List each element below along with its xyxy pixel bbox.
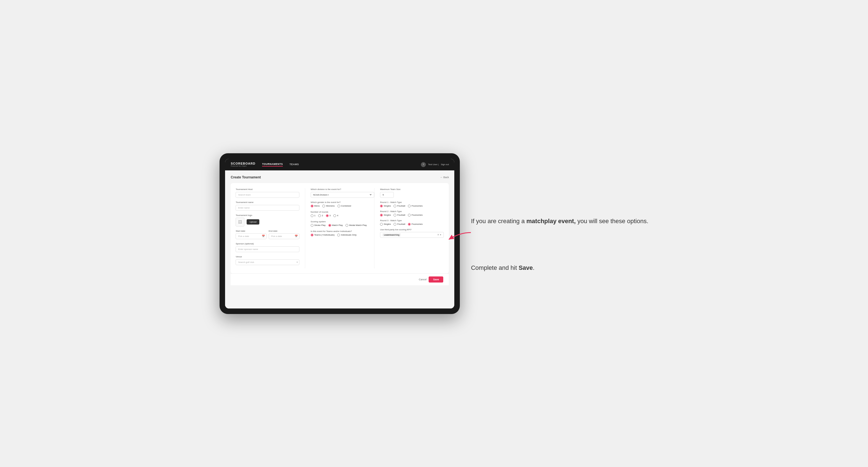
gender-mens[interactable]: Mens <box>311 205 320 208</box>
gender-combined-label: Combined <box>341 205 351 207</box>
team-individuals-label: Is this event for Teams and/or Individua… <box>311 230 374 232</box>
sign-out-link[interactable]: Sign out <box>441 163 449 166</box>
cancel-button[interactable]: Cancel <box>419 278 426 281</box>
sponsor-group: Sponsor (optional) <box>236 243 299 252</box>
back-link[interactable]: ← Back <box>440 176 449 179</box>
individuals-option[interactable]: Individuals Only <box>337 234 356 237</box>
scoring-medal-label: Medal Match Play <box>349 224 367 226</box>
form-col-2: Which division is the event for? NCAA Di… <box>305 188 374 269</box>
round-2-label: 2 <box>322 214 323 217</box>
round1-match-type-section: Round 1 - Match Type Singles Fourball <box>380 201 444 208</box>
round1-match-type-label: Round 1 - Match Type <box>380 201 444 204</box>
sponsor-input[interactable] <box>236 246 299 252</box>
annotation-bottom-prefix: Complete and hit <box>471 264 518 271</box>
logo-area: 🖼 Upload <box>236 218 299 226</box>
r2-foursomes[interactable]: Foursomes <box>408 214 423 217</box>
rounds-group: Number of rounds 1 2 <box>311 211 374 217</box>
scoring-stroke-label: Stroke Play <box>314 224 326 226</box>
division-label: Which division is the event for? <box>311 188 374 191</box>
scoring-system-label: Scoring system <box>311 220 374 223</box>
form-card: Tournament Host Tournament name Tourname… <box>230 183 449 273</box>
round3-match-type-section: Round 3 - Match Type Singles Fourball <box>380 219 444 226</box>
annotation-bottom-bold: Save <box>519 264 533 271</box>
gender-womens[interactable]: Womens <box>322 205 335 208</box>
r2-singles[interactable]: Singles <box>380 214 391 217</box>
round-4-label: 4 <box>337 214 338 217</box>
form-col-1: Tournament Host Tournament name Tourname… <box>236 188 305 269</box>
form-col-3: Maximum Team Size Round 1 - Match Type S… <box>374 188 444 269</box>
round1-radio-group: Singles Fourball Foursomes <box>380 205 444 208</box>
team-radio-group: Teams (+Individuals) Individuals Only <box>311 234 374 237</box>
r2-fourball[interactable]: Fourball <box>394 214 405 217</box>
r1-singles-label: Singles <box>383 205 391 207</box>
r2-foursomes-label: Foursomes <box>411 214 423 216</box>
annotation-bottom-suffix: . <box>533 264 534 271</box>
r3-singles-label: Singles <box>383 223 391 225</box>
r1-foursomes[interactable]: Foursomes <box>408 205 423 208</box>
arrow-top-icon <box>446 231 474 242</box>
r3-foursomes[interactable]: Foursomes <box>408 223 423 226</box>
round-2[interactable]: 2 <box>318 214 323 217</box>
annotations-wrapper: If you are creating a matchplay event, y… <box>471 195 648 272</box>
start-date-label: Start date <box>236 230 266 232</box>
scoring-medal[interactable]: Medal Match Play <box>345 224 367 227</box>
form-footer: Cancel Save <box>230 273 449 285</box>
gender-label: Which gender is the event for? <box>311 201 374 204</box>
teams-option[interactable]: Teams (+Individuals) <box>311 234 335 237</box>
round-1[interactable]: 1 <box>311 214 315 217</box>
team-individuals-group: Is this event for Teams and/or Individua… <box>311 230 374 237</box>
end-date-wrap: 📅 <box>269 234 299 239</box>
round3-match-type-label: Round 3 - Match Type <box>380 219 444 222</box>
api-close-icon[interactable]: ✕ ▾ <box>437 234 442 236</box>
r3-fourball[interactable]: Fourball <box>394 223 405 226</box>
r3-fourball-label: Fourball <box>397 223 405 225</box>
venue-input[interactable] <box>236 259 299 265</box>
scoring-stroke[interactable]: Stroke Play <box>311 224 326 227</box>
round-1-label: 1 <box>314 214 315 217</box>
annotation-top-suffix: you will see these options. <box>576 218 648 224</box>
r1-singles[interactable]: Singles <box>380 205 391 208</box>
tournament-host-input[interactable] <box>236 192 299 198</box>
calendar-icon-start: 📅 <box>262 235 265 238</box>
division-select[interactable]: NCAA Division I NCAA Division II NCAA Di… <box>311 192 374 198</box>
api-select-tag[interactable]: Leaderboard King ✕ ▾ <box>380 232 444 238</box>
r2-fourball-label: Fourball <box>397 214 405 216</box>
arrow-bottom-icon <box>0 5 3 22</box>
scoring-match-label: Match Play <box>332 224 343 226</box>
round-3-label: 3 <box>330 214 331 217</box>
scoring-api-label: Use third-party live scoring API? <box>380 228 444 231</box>
nav-link-tournaments[interactable]: TOURNAMENTS <box>262 163 283 166</box>
gender-womens-label: Womens <box>326 205 335 207</box>
scoring-api-group: Use third-party live scoring API? Leader… <box>380 228 444 238</box>
rounds-label: Number of rounds <box>311 211 374 213</box>
start-date-group: Start date 📅 <box>236 230 266 239</box>
calendar-icon-end: 📅 <box>295 235 298 238</box>
r3-foursomes-label: Foursomes <box>411 223 423 225</box>
upload-button[interactable]: Upload <box>247 219 259 224</box>
nav-link-teams[interactable]: TEAMS <box>289 163 299 166</box>
tournament-name-input[interactable] <box>236 205 299 211</box>
annotation-top: If you are creating a matchplay event, y… <box>471 217 648 225</box>
logo-box: 🖼 <box>236 218 244 226</box>
r1-fourball[interactable]: Fourball <box>394 205 405 208</box>
navbar-left: SCOREBOARD Powered by clippit TOURNAMENT… <box>230 162 299 167</box>
tournament-name-label: Tournament name <box>236 201 299 204</box>
max-team-size-input[interactable] <box>380 192 394 198</box>
division-group: Which division is the event for? NCAA Di… <box>311 188 374 198</box>
gender-combined[interactable]: Combined <box>338 205 351 208</box>
max-team-size-label: Maximum Team Size <box>380 188 444 191</box>
save-button[interactable]: Save <box>429 276 443 282</box>
r3-singles[interactable]: Singles <box>380 223 391 226</box>
page-title: Create Tournament <box>230 175 261 179</box>
round-3[interactable]: 3 <box>326 214 331 217</box>
rounds-radio-group: 1 2 3 <box>311 214 374 217</box>
annotation-bottom: Complete and hit Save. <box>471 264 648 272</box>
navbar-right: T Test User | Sign out <box>421 162 449 167</box>
tablet-screen: SCOREBOARD Powered by clippit TOURNAMENT… <box>225 159 454 309</box>
annotation-top-prefix: If you are creating a <box>471 218 526 224</box>
scoring-match[interactable]: Match Play <box>329 224 343 227</box>
tournament-logo-group: Tournament logo 🖼 Upload <box>236 214 299 226</box>
round-4[interactable]: 4 <box>333 214 338 217</box>
gender-group: Which gender is the event for? Mens Wome… <box>311 201 374 208</box>
annotation-top-bold: matchplay event, <box>526 218 576 224</box>
